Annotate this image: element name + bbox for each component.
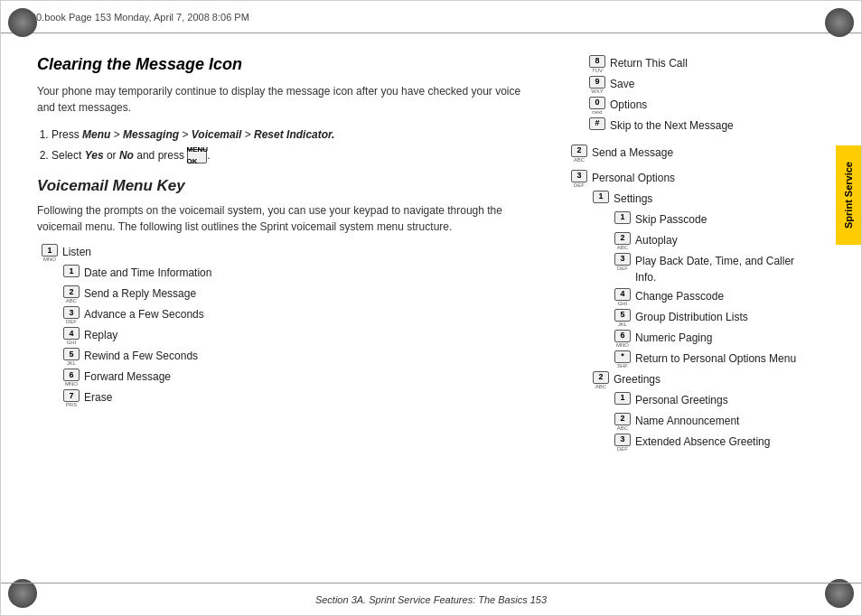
menu-item-0-options: 0 next Options <box>588 97 810 115</box>
menu-tree-left: 1 MNO Listen 1 Date and Time Information <box>41 244 539 407</box>
menu-item-extended-absence: 3 DEF Extended Absence Greeting <box>614 434 810 452</box>
menu-item-numeric-paging: 6 MNO Numeric Paging <box>614 330 810 348</box>
page-container: Z400.book Page 153 Monday, April 7, 2008… <box>0 0 862 616</box>
menu-tree-right-top: 8 TUV Return This Call 9 WXY Save <box>588 55 810 135</box>
menu-item-1-date: 1 Date and Time Information <box>62 265 539 283</box>
menu-item-8-return: 8 TUV Return This Call <box>588 55 810 73</box>
sprint-tab-label: Sprint Service <box>843 162 854 229</box>
voicemail-menu-title: Voicemail Menu Key <box>37 177 539 195</box>
menu-label-listen: Listen <box>62 244 91 260</box>
step-2: Select Yes or No and press MENUOK. <box>52 147 539 164</box>
right-column: 8 TUV Return This Call 9 WXY Save <box>557 33 829 583</box>
menu-item-2-send-message: 2 ABC Send a Message <box>570 145 810 163</box>
header-title: Z400.book Page 153 Monday, April 7, 2008… <box>19 12 249 23</box>
key-1-wrap: 1 MNO <box>41 244 59 262</box>
section1-body: Your phone may temporarily continue to d… <box>37 83 539 116</box>
step-1: Press Menu > Messaging > Voicemail > Res… <box>52 126 539 144</box>
menu-item-2-send-reply: 2 ABC Send a Reply Message <box>62 285 539 303</box>
menu-tree-right-2: 2 ABC Send a Message <box>570 145 810 163</box>
sprint-tab: Sprint Service <box>836 145 861 245</box>
section1-title: Clearing the Message Icon <box>37 55 539 74</box>
sprint-tab-wrapper: Sprint Service <box>829 145 861 254</box>
menu-item-change-passcode: 4 GHI Change Passcode <box>614 288 810 306</box>
menu-item-group-dist: 5 JKL Group Distribution Lists <box>614 309 810 327</box>
menu-item-1-listen: 1 MNO Listen <box>41 244 539 262</box>
menu-item-4-replay: 4 GHI Replay <box>62 327 539 345</box>
menu-item-playback-date: 3 DEF Play Back Date, Time, and Caller I… <box>614 253 810 285</box>
greetings-sub: 1 Personal Greetings 2 ABC Name Announce… <box>614 392 810 452</box>
menu-item-1-settings: 1 Settings <box>592 191 810 209</box>
settings-sub: 1 Skip Passcode 2 ABC Autoplay <box>614 211 810 369</box>
menu-item-skip-passcode: 1 Skip Passcode <box>614 211 810 229</box>
menu-item-9-save: 9 WXY Save <box>588 76 810 94</box>
menu-item-5-rewind: 5 JKL Rewind a Few Seconds <box>62 348 539 366</box>
footer-text: Section 3A. Sprint Service Features: The… <box>315 594 547 605</box>
menu-item-name-announcement: 2 ABC Name Announcement <box>614 413 810 431</box>
menu-item-3-advance: 3 DEF Advance a Few Seconds <box>62 306 539 324</box>
menu-item-2-greetings: 2 ABC Greetings <box>592 371 810 389</box>
listen-subitems: 1 Date and Time Information 2 ABC Send a… <box>62 265 539 407</box>
menu-item-hash-skip: # Skip to the Next Message <box>588 117 810 135</box>
menu-item-6-forward: 6 MNO Forward Message <box>62 369 539 387</box>
main-content: Clearing the Message Icon Your phone may… <box>1 33 829 583</box>
menu-ok-key: MENUOK <box>187 149 207 163</box>
menu-item-personal-greetings: 1 Personal Greetings <box>614 392 810 410</box>
personal-options-sub: 1 Settings 1 Skip Passcode <box>592 191 810 452</box>
menu-item-7-erase: 7 PRS Erase <box>62 389 539 407</box>
menu-item-return-opts-menu: * SHF Return to Personal Options Menu <box>614 350 810 369</box>
footer: Section 3A. Sprint Service Features: The… <box>1 583 861 615</box>
steps-list: Press Menu > Messaging > Voicemail > Res… <box>37 126 539 164</box>
menu-item-autoplay: 2 ABC Autoplay <box>614 232 810 250</box>
voicemail-menu-desc: Following the prompts on the voicemail s… <box>37 202 539 235</box>
header-bar: Z400.book Page 153 Monday, April 7, 2008… <box>1 1 861 33</box>
left-column: Clearing the Message Icon Your phone may… <box>1 33 557 583</box>
corner-tr <box>825 8 854 37</box>
menu-tree-right-3: 3 DEF Personal Options 1 Settings <box>570 170 810 452</box>
menu-item-3-personal-opts: 3 DEF Personal Options <box>570 170 810 188</box>
